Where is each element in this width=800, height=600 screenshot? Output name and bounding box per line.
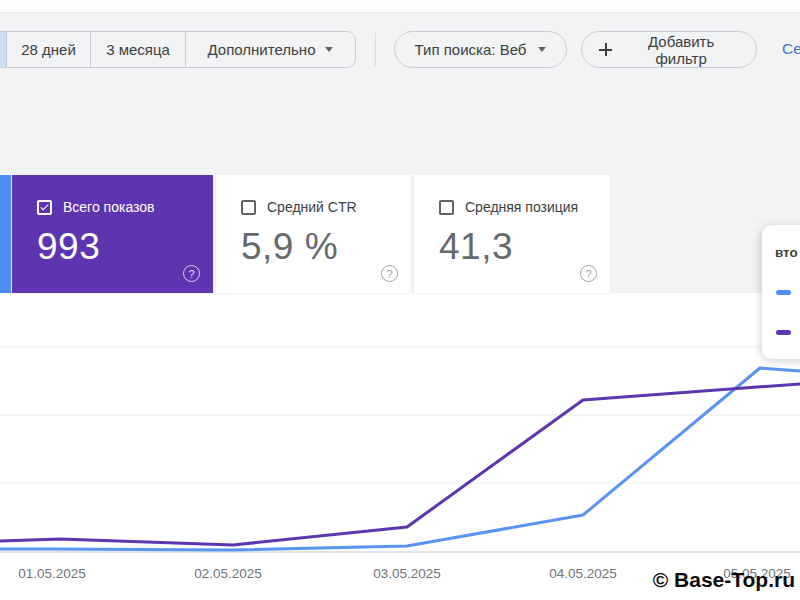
purple-series-legend-dash [776,330,791,335]
search-console-performance-page: 28 дней 3 месяца Дополнительно Тип поиск… [0,0,800,600]
blue-series-line [0,368,800,550]
watermark: © Base-Top.ru [653,568,795,592]
purple-series-line [0,384,800,545]
chart-tooltip: вто [762,225,800,359]
blue-series-legend-dash [776,290,791,295]
x-axis-label: 02.05.2025 [194,566,262,581]
x-axis-label: 01.05.2025 [18,566,86,581]
tooltip-date-partial: вто [775,245,800,260]
x-axis-label: 04.05.2025 [549,566,617,581]
performance-line-chart[interactable] [0,0,800,600]
x-axis-label: 03.05.2025 [373,566,441,581]
